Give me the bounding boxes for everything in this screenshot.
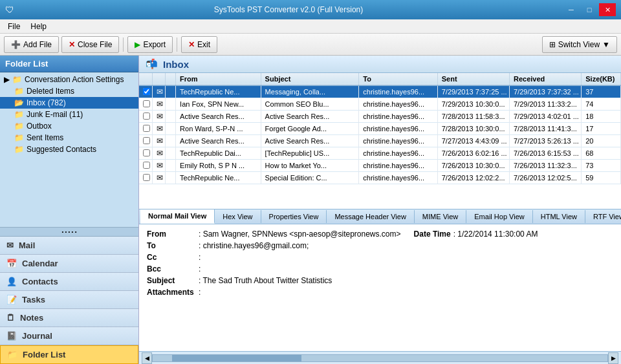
attachments-value: : — [199, 288, 201, 297]
menu-file[interactable]: File — [3, 21, 25, 32]
table-row[interactable]: ✉ Active Search Res... Active Search Res… — [139, 135, 621, 147]
contacts-icon: 👤 — [6, 277, 17, 286]
table-row[interactable]: ✉ TechRepublic Ne... Special Edition: C.… — [139, 172, 621, 184]
row-checkbox[interactable] — [139, 123, 152, 135]
inbox-header: 📬 Inbox — [139, 56, 621, 73]
scroll-indicator: • • • • • — [62, 229, 77, 235]
scroll-left-button[interactable]: ◀ — [142, 352, 152, 364]
preview-body: From : Sam Wagner, SPNNews <spn-aesop@si… — [139, 224, 621, 351]
subject-field: Subject : The Sad Truth About Twitter St… — [147, 276, 613, 285]
sidebar-scrollbar[interactable]: • • • • • — [0, 227, 138, 236]
nav-label: Calendar — [22, 259, 58, 268]
folder-suggested-contacts[interactable]: 📁 Suggested Contacts — [0, 144, 138, 155]
row-checkbox[interactable] — [139, 85, 152, 98]
row-flag — [165, 160, 175, 172]
folder-icon: 📁 — [14, 145, 24, 154]
table-row[interactable]: ✉ Ron Ward, S-P-N ... Forget Google Ad..… — [139, 123, 621, 135]
row-checkbox[interactable] — [139, 147, 152, 160]
row-flag — [165, 123, 175, 135]
nav-mail[interactable]: ✉ Mail — [0, 237, 138, 255]
nav-label: Contacts — [22, 277, 58, 286]
scrollbar-thumb[interactable] — [172, 355, 301, 361]
row-from: Ron Ward, S-P-N ... — [176, 123, 261, 135]
row-icon: ✉ — [152, 111, 165, 123]
nav-contacts[interactable]: 👤 Contacts — [0, 273, 138, 291]
tab-rtf-view[interactable]: RTF View — [585, 210, 621, 223]
nav-tasks[interactable]: 📝 Tasks — [0, 291, 138, 309]
nav-label: Notes — [20, 313, 43, 323]
nav-folder-list[interactable]: 📁 Folder List — [0, 345, 138, 364]
row-icon: ✉ — [152, 98, 165, 111]
row-subject: Active Search Res... — [261, 135, 359, 147]
tab-normal-mail-view[interactable]: Normal Mail View — [140, 209, 215, 224]
row-checkbox[interactable] — [139, 111, 152, 123]
col-header-from[interactable]: From — [176, 73, 261, 85]
table-row[interactable]: ✉ Active Search Res... Active Search Res… — [139, 111, 621, 123]
close-file-button[interactable]: ✕ Close File — [61, 36, 119, 53]
scroll-right-button[interactable]: ▶ — [608, 352, 618, 364]
row-to: christine.hayes96... — [359, 135, 437, 147]
folder-inbox[interactable]: 📂 Inbox (782) — [0, 97, 138, 109]
row-to: christine.hayes96... — [359, 172, 437, 184]
row-sent: 7/26/2013 10:30:0... — [437, 160, 509, 172]
row-from: TechRepublic Ne... — [176, 172, 261, 184]
email-list: From Subject To Sent Received Size(KB) ✉… — [139, 73, 621, 209]
tab-hex-view[interactable]: Hex View — [215, 210, 261, 223]
col-header-to[interactable]: To — [359, 73, 437, 85]
minimize-button[interactable]: ─ — [563, 3, 580, 16]
row-from: Ian Fox, SPN New... — [176, 98, 261, 111]
nav-calendar[interactable]: 📅 Calendar — [0, 255, 138, 273]
folder-icon: 📁 — [14, 87, 24, 96]
tab-message-header-view[interactable]: Message Header View — [327, 210, 414, 223]
col-header-subject[interactable]: Subject — [261, 73, 359, 85]
folder-outbox[interactable]: 📁 Outbox — [0, 120, 138, 132]
folder-conversation-action[interactable]: ▶ 📁 Conversation Action Settings — [0, 74, 138, 85]
row-checkbox[interactable] — [139, 172, 152, 184]
row-size: 73 — [582, 160, 621, 172]
notes-icon: 🗒 — [6, 313, 15, 323]
col-header-received[interactable]: Received — [509, 73, 581, 85]
date-value: : 1/22/2014 11:30:00 AM — [453, 230, 538, 239]
nav-section: ✉ Mail 📅 Calendar 👤 Contacts 📝 Tasks 🗒 N… — [0, 236, 138, 364]
export-button[interactable]: ▶ Export — [127, 36, 173, 53]
folder-label: Inbox (782) — [27, 98, 66, 107]
exit-button[interactable]: ✕ Exit — [181, 36, 217, 53]
calendar-icon: 📅 — [6, 259, 17, 268]
nav-label: Tasks — [22, 295, 45, 305]
row-checkbox[interactable] — [139, 135, 152, 147]
add-file-button[interactable]: ➕ Add File — [4, 36, 59, 53]
row-received: 7/29/2013 11:33:2... — [509, 98, 581, 111]
folder-junk-email[interactable]: 📁 Junk E-mail (11) — [0, 109, 138, 120]
email-table: From Subject To Sent Received Size(KB) ✉… — [139, 73, 621, 184]
row-icon: ✉ — [152, 85, 165, 98]
close-file-icon: ✕ — [69, 40, 75, 49]
tab-html-view[interactable]: HTML View — [533, 210, 585, 223]
tab-email-hop-view[interactable]: Email Hop View — [466, 210, 532, 223]
toolbar-separator — [123, 37, 124, 52]
row-flag — [165, 172, 175, 184]
row-checkbox[interactable] — [139, 160, 152, 172]
menu-help[interactable]: Help — [25, 21, 52, 32]
table-row[interactable]: ✉ TechRepublic Ne... Messaging, Colla...… — [139, 85, 621, 98]
row-to: christine.hayes96... — [359, 111, 437, 123]
table-row[interactable]: ✉ Emily Roth, S P N ... How to Market Yo… — [139, 160, 621, 172]
folder-sent-items[interactable]: 📁 Sent Items — [0, 132, 138, 144]
close-button[interactable]: ✕ — [599, 3, 616, 16]
scrollbar-track[interactable] — [152, 354, 608, 362]
nav-notes[interactable]: 🗒 Notes — [0, 309, 138, 327]
row-from: Active Search Res... — [176, 135, 261, 147]
row-checkbox[interactable] — [139, 98, 152, 111]
table-row[interactable]: ✉ Ian Fox, SPN New... Common SEO Blu... … — [139, 98, 621, 111]
folder-deleted-items[interactable]: 📁 Deleted Items — [0, 85, 138, 97]
nav-journal[interactable]: 📓 Journal — [0, 327, 138, 345]
col-header-sent[interactable]: Sent — [437, 73, 509, 85]
mail-icon: ✉ — [6, 241, 14, 250]
to-value: : christine.hayes96@gmail.com; — [199, 241, 309, 250]
tab-mime-view[interactable]: MIME View — [415, 210, 466, 223]
tab-properties-view[interactable]: Properties View — [261, 210, 327, 223]
col-header-size[interactable]: Size(KB) — [582, 73, 621, 85]
maximize-button[interactable]: □ — [581, 3, 598, 16]
switch-view-button[interactable]: ⊞ Switch View ▼ — [542, 36, 617, 53]
preview-horizontal-scrollbar: ◀ ▶ — [139, 351, 621, 364]
table-row[interactable]: ✉ TechRepublic Dai... [TechRepublic] US.… — [139, 147, 621, 160]
